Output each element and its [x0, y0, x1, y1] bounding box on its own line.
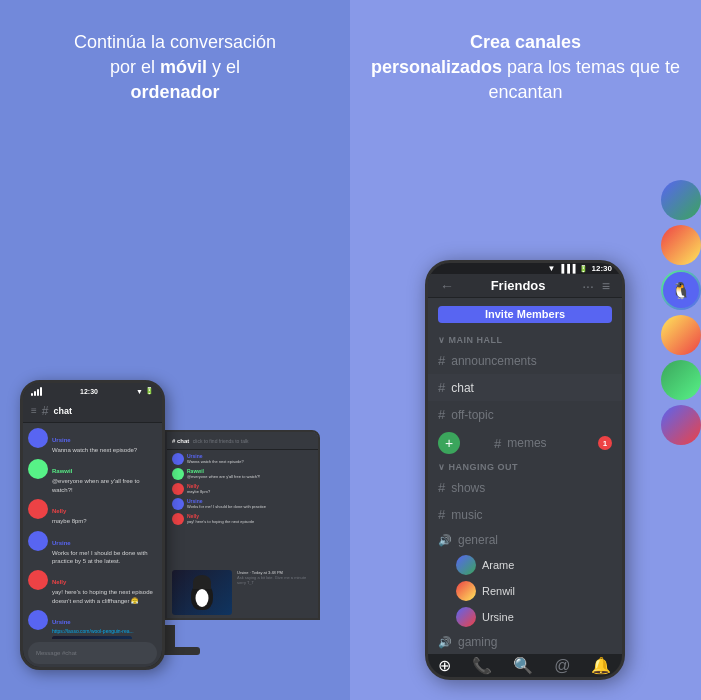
avatar-arame: [456, 555, 476, 575]
side-avatar-1: [661, 180, 701, 220]
mobile-messages: Ursine Wanna watch the next episode? Raw…: [23, 423, 162, 639]
battery-icon: 🔋: [579, 265, 588, 273]
signal-icon: [31, 387, 42, 396]
voice-general-name: general: [458, 533, 498, 547]
mobile-status-bar: 12:30 ▼ 🔋: [23, 383, 162, 399]
channel-off-topic[interactable]: # off-topic: [428, 401, 622, 428]
hash-memes-icon: #: [494, 436, 501, 451]
search-icon[interactable]: 🔍: [513, 656, 533, 675]
channel-announcements[interactable]: # announcements: [428, 347, 622, 374]
right-panel: Crea canales personalizados para los tem…: [350, 0, 701, 700]
invite-members-button[interactable]: Invite Members: [438, 306, 612, 323]
hash-off-topic-icon: #: [438, 407, 445, 422]
svg-text:🐧: 🐧: [671, 281, 691, 300]
voice-member-renwil: Renwil: [428, 578, 622, 604]
mm-avatar-ursine-3: [28, 610, 48, 630]
voice-member-ursine: Ursine: [428, 604, 622, 630]
rp-server-title: Friendos: [491, 278, 546, 293]
voice-channel-gaming[interactable]: 🔊 gaming: [428, 630, 622, 654]
mm-avatar-rawwil: [28, 459, 48, 479]
rp-bottom-bar: ⊕ 📞 🔍 @ 🔔: [428, 654, 622, 677]
penguin-image-preview: [52, 636, 132, 639]
hash-announcements-icon: #: [438, 353, 445, 368]
mobile-time: 12:30: [80, 388, 98, 395]
side-avatars: 🐧: [661, 180, 701, 445]
voice-gaming-name: gaming: [458, 635, 497, 649]
mm-avatar-ursine-2: [28, 531, 48, 551]
add-channel-button[interactable]: +: [438, 432, 460, 454]
section-main-hall: ∨ MAIN HALL: [428, 331, 622, 347]
right-phone-mockup: ▼ ▐▐▐ 🔋 12:30 ← Friendos ··· ≡ Invite Me…: [425, 260, 625, 680]
rp-server-header: ← Friendos ··· ≡: [428, 274, 622, 297]
mm-avatar-nelly-2: [28, 570, 48, 590]
side-avatar-3: 🐧: [661, 270, 701, 310]
wifi-icon: ▼: [548, 264, 556, 273]
rp-more-icon[interactable]: ···: [582, 278, 594, 294]
rp-menu-icon[interactable]: ≡: [602, 278, 610, 294]
desktop-chat-header: # chat click to find friends to talk: [167, 432, 318, 450]
voice-member-arame: Arame: [428, 552, 622, 578]
voice-gaming-icon: 🔊: [438, 636, 452, 649]
rp-back-icon: ←: [440, 278, 454, 294]
section-hanging-out: ∨ HANGING OUT: [428, 458, 622, 474]
phone-icon[interactable]: 📞: [472, 656, 492, 675]
mobile-message-input[interactable]: Message #chat: [28, 642, 157, 664]
avatar-renwil: [456, 581, 476, 601]
mobile-chat-header: ≡ # chat: [23, 399, 162, 423]
hash-chat-icon: #: [438, 380, 445, 395]
mobile-mockup: 12:30 ▼ 🔋 ≡ # chat Ursine Wanna watch th…: [20, 380, 165, 670]
mm-avatar-nelly: [28, 499, 48, 519]
right-heading: Crea canales personalizados para los tem…: [370, 30, 681, 106]
invite-btn-label: Invite Members: [485, 308, 565, 320]
rp-time: 12:30: [592, 264, 612, 273]
voice-general-icon: 🔊: [438, 534, 452, 547]
side-avatar-2: [661, 225, 701, 265]
side-avatar-4: [661, 315, 701, 355]
channel-shows[interactable]: # shows: [428, 474, 622, 501]
hash-icon: #: [42, 404, 49, 418]
mobile-input-placeholder: Message #chat: [36, 650, 77, 656]
left-heading: Continúa la conversación por el móvil y …: [74, 30, 276, 106]
channel-chat[interactable]: # chat: [428, 374, 622, 401]
hash-music-icon: #: [438, 507, 445, 522]
mobile-channel-title: chat: [54, 406, 73, 416]
side-avatar-6: [661, 405, 701, 445]
memes-badge: 1: [598, 436, 612, 450]
at-icon[interactable]: @: [554, 657, 570, 675]
hamburger-icon: ≡: [31, 405, 37, 416]
left-panel: Continúa la conversación por el móvil y …: [0, 0, 350, 700]
mm-avatar-ursine: [28, 428, 48, 448]
side-avatar-5: [661, 360, 701, 400]
channel-music[interactable]: # music: [428, 501, 622, 528]
bell-icon[interactable]: 🔔: [591, 656, 611, 675]
rp-status-bar: ▼ ▐▐▐ 🔋 12:30: [428, 263, 622, 274]
channel-memes-row: + # memes 1: [428, 428, 622, 458]
home-icon[interactable]: ⊕: [438, 656, 451, 675]
avatar-ursine: [456, 607, 476, 627]
voice-channel-general[interactable]: 🔊 general: [428, 528, 622, 552]
hash-shows-icon: #: [438, 480, 445, 495]
signal-bars-icon: ▐▐▐: [559, 264, 576, 273]
